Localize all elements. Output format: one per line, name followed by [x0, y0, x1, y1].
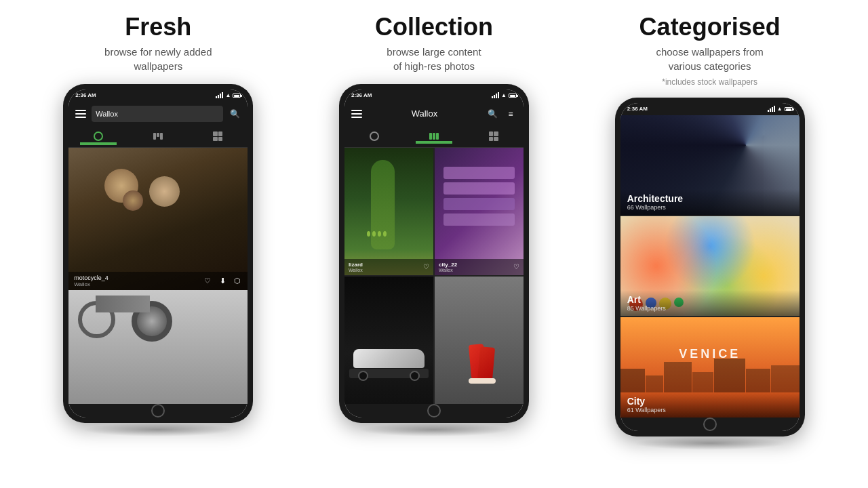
collection-phone-frame: 2:36 AM ▲ — [339, 84, 529, 423]
home-button-fresh[interactable] — [151, 404, 165, 418]
status-icons-fresh: ▲ — [216, 92, 241, 98]
wifi-icon-categorised: ▲ — [777, 106, 783, 112]
signal-bars-collection — [492, 92, 499, 98]
battery-fresh — [233, 94, 241, 98]
moto-detail-bar: motocycle_4 Wallox ♡ ⬇ ⬡ — [68, 272, 248, 290]
home-button-collection[interactable] — [427, 404, 441, 418]
heart-action-icon[interactable]: ♡ — [203, 276, 212, 285]
history-icon — [94, 131, 103, 141]
search-icon-collection[interactable]: 🔍 — [487, 108, 499, 120]
cat-tab-icon-collection — [489, 131, 498, 141]
status-icons-collection: ▲ — [492, 92, 517, 98]
phone-bottom-fresh — [68, 404, 248, 418]
wifi-icon-collection: ▲ — [501, 92, 507, 98]
share-action-icon[interactable]: ⬡ — [233, 276, 242, 285]
app-title-fresh: Wallox — [96, 110, 118, 118]
wallpaper-name-1: motocycle_4 — [74, 274, 108, 281]
categorised-phone-screen: 2:36 AM ▲ — [620, 103, 800, 431]
hamburger-icon-fresh[interactable] — [75, 110, 86, 118]
collection-content: lizard Wallox ♡ — [344, 148, 524, 404]
collection-subtitle: browse large contentof high-res photos — [387, 45, 481, 73]
wallpaper-actions: ♡ ⬇ ⬡ — [203, 276, 242, 285]
collection-active-icon — [429, 133, 439, 140]
collection-title: Collection — [375, 14, 493, 41]
city22-heart-icon[interactable]: ♡ — [513, 263, 519, 270]
category-architecture[interactable]: Architecture 66 Wallpapers — [620, 115, 800, 215]
categorised-phone-frame: 2:36 AM ▲ — [615, 98, 805, 436]
status-time-categorised: 2:36 AM — [627, 106, 648, 112]
tab-collection-active[interactable] — [416, 130, 452, 142]
moto-bottom-image[interactable] — [68, 290, 248, 404]
phone-bottom-categorised — [620, 418, 800, 431]
fresh-content: motocycle_4 Wallox ♡ ⬇ ⬡ — [68, 148, 248, 404]
status-icons-categorised: ▲ — [768, 106, 793, 112]
fresh-phone-frame: 2:36 AM ▲ — [63, 84, 253, 423]
search-bar-fresh[interactable]: Wallox — [92, 106, 223, 122]
art-label: Art 85 Wallpapers — [620, 290, 800, 316]
grid-cell-car[interactable] — [344, 277, 433, 404]
lizard-name: lizard — [349, 262, 363, 268]
categorised-content: Architecture 66 Wallpapers — [620, 115, 800, 418]
art-name: Art — [627, 294, 793, 305]
architecture-label: Architecture 66 Wallpapers — [620, 189, 800, 215]
tab-collection-history[interactable] — [356, 129, 393, 144]
collection-phone-screen: 2:36 AM ▲ — [344, 89, 524, 418]
search-icon-fresh[interactable]: 🔍 — [229, 108, 241, 120]
download-action-icon[interactable]: ⬇ — [218, 276, 227, 285]
filter-icon-collection[interactable]: ≡ — [505, 108, 517, 120]
city22-name: city_22 — [439, 262, 457, 268]
history-icon-2 — [370, 131, 379, 141]
grid-cell-shoes[interactable] — [435, 277, 524, 404]
battery-collection — [509, 94, 517, 98]
wallpaper-source-1: Wallox — [74, 281, 108, 287]
tab-bar-fresh — [68, 126, 248, 148]
app-title-collection: Wallox — [412, 108, 438, 119]
moto-wallpaper-content: motocycle_4 Wallox ♡ ⬇ ⬡ — [68, 148, 248, 404]
hamburger-icon-collection[interactable] — [351, 110, 362, 118]
app-bar-collection: Wallox 🔍 ≡ — [344, 102, 524, 126]
status-time-collection: 2:36 AM — [351, 92, 372, 98]
lizard-heart-icon[interactable]: ♡ — [423, 263, 429, 270]
collection-grid: lizard Wallox ♡ — [344, 148, 524, 404]
categories-list: Architecture 66 Wallpapers — [620, 115, 800, 418]
art-count: 85 Wallpapers — [627, 305, 793, 312]
wifi-icon-fresh: ▲ — [225, 92, 231, 98]
category-art[interactable]: Art 85 Wallpapers — [620, 216, 800, 316]
tab-collection-categories[interactable] — [475, 129, 512, 144]
tab-fresh-history[interactable] — [80, 129, 117, 144]
categorised-column: Categorised choose wallpapers fromvariou… — [574, 14, 846, 436]
tab-bar-collection — [344, 126, 524, 148]
categorised-subtitle: choose wallpapers fromvarious categories — [656, 45, 763, 73]
collection-tab-icon — [153, 133, 163, 140]
city-cat-name: City — [627, 396, 793, 407]
architecture-name: Architecture — [627, 193, 793, 204]
grid-cell-lizard[interactable]: lizard Wallox ♡ — [344, 148, 433, 275]
lizard-source: Wallox — [349, 268, 363, 272]
fresh-title: Fresh — [125, 14, 191, 41]
tab-fresh-categories[interactable] — [199, 129, 236, 144]
signal-bars-fresh — [216, 92, 223, 98]
categorised-title: Categorised — [639, 14, 781, 41]
lizard-label: lizard Wallox ♡ — [344, 259, 433, 275]
fresh-subtitle: browse for newly addedwallpapers — [104, 45, 212, 73]
grid-cell-city[interactable]: city_22 Wallox ♡ — [435, 148, 524, 275]
moto-top-image[interactable]: motocycle_4 Wallox ♡ ⬇ ⬡ — [68, 148, 248, 290]
home-button-categorised[interactable] — [703, 418, 717, 431]
tab-fresh-collection[interactable] — [140, 130, 176, 142]
category-city[interactable]: VENICE City 61 Wallpapers — [620, 317, 800, 417]
cat-tab-icon-fresh — [213, 131, 222, 141]
venice-text: VENICE — [679, 347, 741, 361]
status-bar-collection: 2:36 AM ▲ — [344, 89, 524, 102]
status-time-fresh: 2:36 AM — [75, 92, 96, 98]
collection-column: Collection browse large contentof high-r… — [298, 14, 570, 423]
city22-label: city_22 Wallox ♡ — [435, 259, 524, 275]
status-bar-categorised: 2:36 AM ▲ — [620, 103, 800, 115]
architecture-count: 66 Wallpapers — [627, 204, 793, 211]
city22-source: Wallox — [439, 268, 457, 272]
phone-bottom-collection — [344, 404, 524, 418]
status-bar-fresh: 2:36 AM ▲ — [68, 89, 248, 102]
battery-categorised — [785, 107, 793, 111]
app-bar-fresh: Wallox 🔍 — [68, 102, 248, 126]
city-label: City 61 Wallpapers — [620, 392, 800, 418]
fresh-column: Fresh browse for newly addedwallpapers 2… — [22, 14, 294, 423]
